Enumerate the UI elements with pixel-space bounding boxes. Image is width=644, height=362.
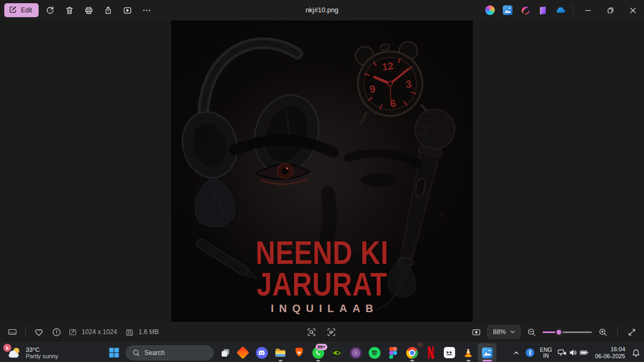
gallery-button[interactable] [499, 0, 516, 20]
filmstrip-toggle-button[interactable] [4, 324, 20, 340]
image-filesize: 1.6 MB [138, 328, 159, 336]
clipchamp-button[interactable] [534, 0, 552, 20]
taskbar-app-photos-active[interactable] [478, 343, 496, 362]
bluetooth-tray-button[interactable] [523, 344, 537, 362]
copilot-icon [485, 5, 495, 15]
weather-text: 33°C Partly sunny [26, 346, 58, 359]
titlebar: Edit [0, 0, 644, 20]
statusbar-right: 88% [469, 324, 644, 340]
more-options-button[interactable] [139, 3, 155, 18]
taskbar-app-figma[interactable] [384, 343, 402, 362]
taskbar-app-vlc[interactable] [459, 343, 478, 362]
start-button[interactable] [106, 343, 122, 362]
taskbar-app-whatsapp[interactable]: 99+ [309, 343, 327, 362]
viewer-canvas[interactable]: 12 3 6 9 [0, 20, 644, 322]
zoom-out-button[interactable] [524, 324, 539, 340]
filesize-icon [123, 324, 135, 340]
running-indicator [316, 360, 320, 361]
favorite-button[interactable] [31, 324, 47, 340]
task-view-icon [220, 348, 231, 358]
clipchamp-icon [538, 5, 548, 15]
photo-album-art: 12 3 6 9 [171, 20, 473, 322]
screen: Edit [0, 0, 644, 362]
minimize-button[interactable] [576, 0, 599, 20]
zoom-slider-thumb[interactable] [555, 329, 562, 336]
close-button[interactable] [621, 0, 644, 20]
whatsapp-badge: 99+ [316, 344, 327, 350]
tor-browser-icon [350, 347, 362, 359]
taskbar-app-file-explorer[interactable] [271, 343, 290, 362]
edit-button[interactable]: Edit [4, 3, 39, 17]
slideshow-button[interactable] [120, 3, 135, 18]
zoom-to-fit-button[interactable] [469, 324, 484, 340]
notification-center-button[interactable] [629, 344, 643, 362]
clock-date-button[interactable]: 16:04 06-06-2025 [591, 344, 629, 362]
battery-icon [580, 349, 589, 357]
statusbar-divider [25, 327, 26, 337]
fullscreen-button[interactable] [624, 324, 640, 340]
taskbar-app-brave[interactable] [290, 343, 309, 362]
statusbar-center [304, 324, 339, 340]
taskbar-app-nvidia[interactable] [327, 343, 346, 362]
window-title: nkj#10.png [161, 6, 483, 14]
search-icon [133, 349, 140, 357]
taskbar-app-spotify[interactable] [365, 343, 384, 362]
file-info-button[interactable] [49, 324, 64, 340]
onedrive-button[interactable] [552, 0, 569, 20]
vlc-icon [463, 347, 474, 358]
text-actions-button[interactable] [324, 324, 339, 340]
dimensions-icon [67, 324, 78, 340]
maximize-restore-button[interactable] [599, 0, 621, 20]
language-indicator[interactable]: ENG IN [537, 344, 555, 362]
language-line2: IN [543, 353, 549, 359]
widgets-badge: 5 [3, 344, 11, 352]
chrome-icon [406, 347, 418, 359]
statusbar: 1024 x 1024 1.6 MB [0, 322, 644, 342]
network-icon [558, 349, 567, 357]
taskbar-app-capcut[interactable] [440, 343, 459, 362]
edit-pencil-icon [9, 5, 17, 15]
taskbar-app-chrome[interactable] [402, 343, 421, 362]
tray-date: 06-06-2025 [595, 353, 625, 360]
volume-icon [569, 349, 577, 357]
gallery-icon [503, 5, 513, 15]
statusbar-right-divider [617, 327, 618, 337]
language-line1: ENG [540, 347, 552, 353]
visual-search-button[interactable] [304, 324, 319, 340]
quick-settings-button[interactable] [555, 344, 591, 362]
spotify-icon [369, 347, 380, 359]
designer-button[interactable] [516, 0, 534, 20]
search-placeholder: Search [144, 349, 165, 357]
nvidia-icon [331, 347, 343, 359]
copilot-button[interactable] [481, 0, 499, 20]
weather-icon: 5 [6, 346, 21, 360]
widgets-weather-button[interactable]: 5 33°C Partly sunny [2, 343, 63, 362]
taskbar-app-gem[interactable] [233, 343, 252, 362]
delete-button[interactable] [62, 3, 77, 18]
zoom-level-dropdown[interactable]: 88% [487, 325, 521, 339]
windows-start-icon [108, 347, 120, 358]
onedrive-icon [555, 5, 566, 16]
discord-icon [256, 347, 268, 359]
task-view-button[interactable] [217, 343, 233, 362]
taskbar: 5 33°C Partly sunny Search [0, 342, 644, 362]
system-tray: ENG IN [510, 343, 643, 362]
tray-time: 16:04 [610, 346, 625, 353]
chevron-down-icon [510, 329, 515, 335]
rotate-button[interactable] [42, 3, 58, 18]
share-button[interactable] [100, 3, 116, 18]
active-indicator [482, 360, 492, 361]
image-dimensions: 1024 x 1024 [82, 328, 117, 336]
titlebar-right [481, 0, 644, 20]
zoom-in-button[interactable] [595, 324, 611, 340]
print-button[interactable] [81, 3, 97, 18]
file-explorer-icon [274, 346, 287, 359]
taskbar-app-tor[interactable] [346, 343, 365, 362]
bluetooth-icon [525, 348, 535, 357]
zoom-level-value: 88% [493, 328, 506, 336]
zoom-slider[interactable] [543, 328, 592, 336]
tray-overflow-chevron[interactable] [510, 344, 523, 362]
taskbar-app-discord[interactable] [252, 343, 271, 362]
taskbar-search-box[interactable]: Search [126, 345, 214, 360]
taskbar-app-netflix[interactable] [421, 343, 440, 362]
